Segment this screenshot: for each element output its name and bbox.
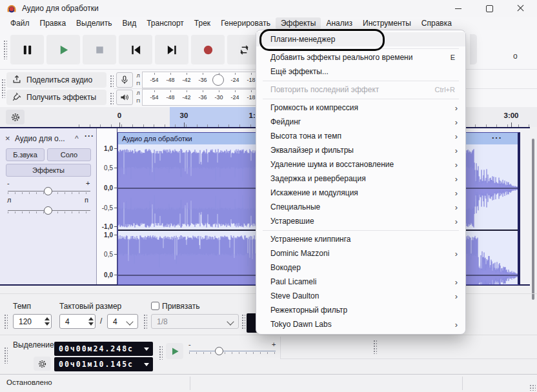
menu-item[interactable]: Фейдинг›	[256, 115, 465, 129]
menu-item[interactable]: Специальные›	[256, 200, 465, 214]
microphone-icon[interactable]	[116, 72, 133, 88]
menubar-item-4[interactable]: Транспорт	[141, 17, 189, 29]
vertical-scale-ruler[interactable]: 1,00,50,0-0,5-1,01,00,50,0	[97, 128, 117, 284]
skip-to-start-button[interactable]	[119, 35, 152, 64]
track-effects-button[interactable]: Эффекты	[6, 164, 91, 177]
share-toolbar-grip[interactable]	[1, 79, 5, 98]
menu-item[interactable]: Добавить эффекты реального времениE	[256, 50, 465, 64]
selection-start-display[interactable]: 00ч00м24.248с	[54, 342, 153, 356]
mute-button[interactable]: Б.звука	[6, 148, 45, 161]
snap-value-select[interactable]: 1/8	[151, 314, 239, 329]
play-at-speed-button[interactable]	[166, 343, 183, 359]
gain-min-label: -	[7, 179, 10, 187]
solo-button[interactable]: Соло	[47, 148, 91, 161]
selection-options-button[interactable]	[34, 357, 51, 371]
menu-item[interactable]: Высота тона и темп›	[256, 129, 465, 143]
time-signature-grip[interactable]	[4, 314, 8, 329]
menu-item[interactable]: Удаление шума и восстановление›	[256, 157, 465, 172]
menu-item[interactable]: Dominic Mazzoni›	[256, 246, 465, 260]
skip-to-end-button[interactable]	[155, 35, 188, 64]
track-name[interactable]: Аудио для о...	[15, 134, 65, 143]
play-button[interactable]	[46, 35, 80, 64]
playback-meter-grip[interactable]	[110, 92, 114, 105]
track-menu-icon[interactable]: ···	[85, 132, 94, 141]
meter-scale-tick	[251, 90, 252, 92]
menubar-item-5[interactable]: Трек	[189, 17, 216, 29]
meter-scale-label: -24	[230, 94, 239, 101]
submenu-arrow-icon: ›	[455, 103, 458, 113]
meter-scale-label: -36	[198, 77, 207, 83]
gain-slider-thumb[interactable]	[44, 187, 52, 195]
menu-item-label: Steve Daulton	[270, 291, 455, 300]
status-divider	[190, 377, 190, 390]
menubar-item-10[interactable]: Справка	[416, 17, 457, 29]
menu-item[interactable]: Повторить последний эффектCtrl+R	[256, 83, 465, 97]
maximize-button[interactable]	[475, 0, 503, 17]
pan-slider-thumb[interactable]	[44, 206, 52, 215]
menu-item[interactable]: Устаревшие›	[256, 214, 465, 228]
speaker-icon[interactable]	[116, 90, 133, 105]
meter-scale-tick	[235, 90, 236, 92]
menubar-item-1[interactable]: Правка	[35, 17, 72, 29]
menu-item[interactable]: Paul Licameli›	[256, 275, 465, 289]
menu-item[interactable]: Steve Daulton›	[256, 289, 465, 303]
menu-item[interactable]: Tokyo Dawn Labs›	[256, 317, 465, 331]
play-speed-thumb[interactable]	[215, 347, 223, 355]
play-speed-grip[interactable]	[159, 346, 163, 360]
menu-item-label: Добавить эффекты реального времени	[270, 53, 451, 62]
empty-toolbar-grip[interactable]	[373, 340, 377, 354]
vertical-scrollbar-thumb[interactable]	[532, 139, 534, 300]
menubar-item-7[interactable]: Эффекты	[276, 17, 321, 29]
snap-checkbox[interactable]	[151, 302, 159, 310]
meter-scale-label: -24	[230, 77, 239, 83]
menubar-item-0[interactable]: Файл	[5, 17, 35, 29]
tempo-spinner-arrows[interactable]	[45, 315, 50, 326]
clip-menu-icon[interactable]: ···	[492, 133, 502, 143]
menubar-item-2[interactable]: Выделить	[71, 17, 117, 29]
meter-scale-label: -54	[150, 77, 158, 83]
audio-setup-button-partial[interactable]	[470, 34, 477, 64]
meter-knob[interactable]	[212, 74, 224, 86]
meter-upper-spinner[interactable]: 4	[59, 314, 96, 329]
menu-item[interactable]: Плагин-менеджер	[256, 32, 465, 46]
snap-toolbar-grip[interactable]	[143, 314, 147, 329]
record-meter-grip[interactable]	[110, 75, 114, 88]
window-title: Аудио для обработки	[22, 4, 99, 13]
menu-item[interactable]: Искажение и модуляция›	[256, 186, 465, 200]
menu-item-label: Эквалайзер и фильтры	[270, 146, 455, 155]
meter-scale-tick	[235, 73, 236, 75]
minimize-button[interactable]	[444, 0, 472, 17]
stop-button[interactable]	[83, 35, 116, 64]
time-toolbar-grip[interactable]	[241, 314, 245, 329]
menu-item[interactable]: Задержка и реверберация›	[256, 172, 465, 186]
share-audio-button[interactable]: Поделиться аудио	[6, 72, 106, 88]
track-close-button[interactable]: ×	[5, 133, 10, 143]
pause-button[interactable]	[10, 35, 44, 64]
menubar-item-3[interactable]: Вид	[117, 17, 141, 29]
selection-end-display[interactable]: 00ч01м10.145с	[54, 357, 153, 371]
play-speed-slider[interactable]	[189, 351, 276, 351]
record-button[interactable]	[191, 35, 225, 64]
menu-item[interactable]: Ещё эффекты...	[256, 64, 465, 79]
close-button[interactable]	[506, 0, 534, 17]
transport-toolbar-grip[interactable]	[3, 40, 7, 59]
submenu-arrow-icon: ›	[455, 117, 458, 127]
meter-upper-arrows[interactable]	[88, 315, 94, 326]
timeline-options-button[interactable]	[6, 110, 25, 124]
menubar-item-9[interactable]: Инструменты	[358, 17, 416, 29]
resize-grip[interactable]	[529, 384, 536, 391]
meter-lower-select[interactable]: 4	[107, 314, 138, 329]
menu-item[interactable]: Режекторный фильтр	[256, 303, 465, 317]
get-effects-button[interactable]: Получить эффекты	[6, 90, 106, 105]
menu-item[interactable]: Эквалайзер и фильтры›	[256, 143, 465, 157]
meter-scale-label: -18	[247, 77, 255, 83]
selection-toolbar-grip[interactable]	[4, 347, 8, 364]
menu-item[interactable]: Громкость и компрессия›	[256, 101, 465, 115]
menubar-item-8[interactable]: Анализ	[321, 17, 358, 29]
tempo-spinner[interactable]: 120	[13, 314, 52, 329]
submenu-arrow-icon: ›	[455, 277, 458, 287]
menubar-item-6[interactable]: Генерировать	[216, 17, 276, 29]
menu-item[interactable]: Вокодер	[256, 260, 465, 275]
track-collapse-icon[interactable]: ^	[75, 134, 79, 143]
menu-item[interactable]: Устранение клиппинга	[256, 232, 465, 246]
